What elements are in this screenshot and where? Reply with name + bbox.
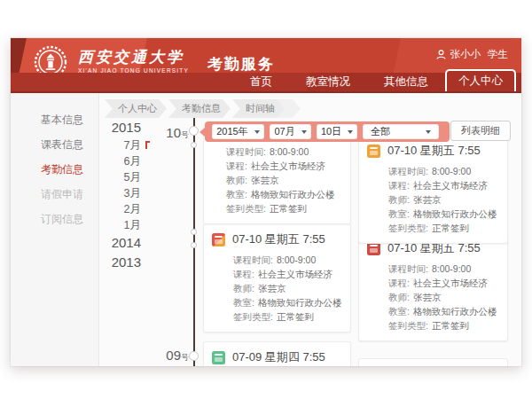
field-label: 签到类型: <box>388 320 428 331</box>
card-header: 07-10 星期五 7:55 <box>204 224 350 250</box>
day-select-value: 10日 <box>321 125 341 138</box>
sidebar: 基本信息 课表信息 考勤信息 请假申请 订阅信息 <box>11 93 99 366</box>
user-icon <box>436 50 446 59</box>
field-value: 张芸京 <box>413 292 442 302</box>
card-title: 07-10 星期五 7:55 <box>387 143 481 159</box>
timeline-axis-label[interactable]: 7月 <box>100 137 141 153</box>
field-value: 社会主义市场经济 <box>413 180 488 191</box>
timeline-axis-label[interactable]: 2月 <box>100 201 141 217</box>
sidebar-item[interactable]: 请假申请 <box>11 182 98 207</box>
attendance-card: 07-10 星期五 7:55 课程时间:8:00-9:00 课程:社会主义市场经… <box>358 135 508 244</box>
top-nav-item[interactable]: 教室情况 <box>289 73 367 91</box>
card-field-row: 课程时间:8:00-9:00 <box>226 145 343 159</box>
field-value: 格物致知行政办公楼 <box>258 297 342 308</box>
list-detail-button[interactable]: 列表明细 <box>450 121 511 141</box>
university-name-block: 西安交通大学 XI'AN JIAO TONG UNIVERSITY <box>78 50 189 74</box>
field-value: 格物致知行政办公楼 <box>413 208 497 219</box>
field-label: 课程时间: <box>388 166 428 176</box>
card-field-row: 课程时间:8:00-9:00 <box>388 262 500 276</box>
field-value: 社会主义市场经济 <box>251 160 325 171</box>
field-label: 教师: <box>388 194 410 205</box>
timeline-line <box>193 111 195 366</box>
field-label: 课程: <box>226 160 247 171</box>
card-field-row: 签到类型:正常签到 <box>388 318 500 332</box>
card-field-row: 教师:张芸京 <box>233 281 343 295</box>
card-title: 07-10 星期五 7:55 <box>232 231 325 247</box>
breadcrumb-item[interactable]: 考勤信息 <box>168 99 231 118</box>
timeline-axis-label[interactable]: 6月 <box>100 153 141 169</box>
card-fields: 课程时间:8:00-9:00 课程:社会主义市场经济 教师:张芸京 教室:格物致… <box>359 161 507 243</box>
chevron-down-icon <box>426 130 431 134</box>
breadcrumb-item[interactable]: 个人中心 <box>105 99 167 118</box>
field-label: 教师: <box>226 175 247 185</box>
day-number: 09 <box>166 348 181 363</box>
field-label: 教室: <box>388 306 410 317</box>
sidebar-menu: 基本信息 课表信息 考勤信息 请假申请 订阅信息 <box>11 107 98 231</box>
attendance-card-partial <box>358 358 508 366</box>
month-select[interactable]: 07月 <box>270 124 311 139</box>
chevron-down-icon <box>301 130 307 134</box>
field-label: 课程时间: <box>233 254 273 265</box>
top-nav-item[interactable]: 个人中心 <box>445 69 516 91</box>
date-filter-bar: 2015年 07月 10日 全部 <box>205 121 450 142</box>
field-value: 张芸京 <box>413 194 442 205</box>
timeline-day-label-bottom: 09号 <box>153 348 189 364</box>
field-value: 正常签到 <box>432 223 469 233</box>
field-value: 8:00-9:00 <box>432 166 471 176</box>
card-title: 07-09 星期四 7:55 <box>232 349 325 365</box>
attendance-card: 07-10 星期五 7:55 课程时间:8:00-9:00 课程:社会主义市场经… <box>203 223 351 332</box>
breadcrumb-item[interactable]: 时间轴 <box>232 99 285 118</box>
timeline-day-label-top: 10号 <box>153 125 189 141</box>
year-select-value: 2015年 <box>216 125 247 138</box>
field-value: 8:00-9:00 <box>270 146 309 157</box>
field-value: 正常签到 <box>270 203 307 214</box>
timeline-axis-label[interactable]: 3月 <box>100 185 141 201</box>
attendance-app-window: 西安交通大学 XI'AN JIAO TONG UNIVERSITY 考勤服务 张… <box>11 38 521 366</box>
sidebar-item[interactable]: 课表信息 <box>11 132 98 157</box>
card-field-row: 教师:张芸京 <box>388 192 500 207</box>
field-value: 格物致知行政办公楼 <box>251 189 335 200</box>
field-label: 教室: <box>226 189 247 200</box>
sidebar-item[interactable]: 考勤信息 <box>11 157 98 182</box>
timeline-axis-label[interactable]: 2015 <box>100 118 141 137</box>
field-value: 正常签到 <box>277 311 314 322</box>
top-nav-item[interactable]: 其他信息 <box>367 73 445 91</box>
card-field-row: 教室:格物致知行政办公楼 <box>388 207 500 221</box>
timeline-axis-label[interactable]: 1月 <box>100 217 141 233</box>
field-value: 格物致知行政办公楼 <box>413 306 497 317</box>
day-number: 10 <box>166 125 181 140</box>
field-label: 课程时间: <box>226 146 266 157</box>
sidebar-item[interactable]: 订阅信息 <box>11 207 98 231</box>
year-select[interactable]: 2015年 <box>212 124 264 139</box>
card-field-row: 签到类型:正常签到 <box>226 201 343 215</box>
card-field-row: 课程:社会主义市场经济 <box>388 276 500 290</box>
day-select[interactable]: 10日 <box>317 124 357 139</box>
timeline-node <box>189 126 199 136</box>
top-nav-item[interactable]: 首页 <box>233 73 289 91</box>
timeline-axis: 2015 7月 6月 5月 3月 2月 1月 2014 2013 <box>100 118 141 272</box>
field-label: 教师: <box>388 292 410 302</box>
card-tail <box>358 144 359 154</box>
sidebar-item[interactable]: 基本信息 <box>11 107 98 132</box>
timeline-axis-label[interactable]: 2013 <box>100 253 141 272</box>
type-select[interactable]: 全部 <box>363 124 439 139</box>
top-nav: 首页 教室情况 其他信息 个人中心 <box>233 69 516 91</box>
card-tail <box>358 241 359 252</box>
card-field-row: 教师:张芸京 <box>226 173 343 187</box>
field-value: 社会主义市场经济 <box>413 278 488 288</box>
field-label: 课程: <box>388 180 410 191</box>
card-header: 07-09 星期四 7:55 <box>204 342 350 366</box>
timeline-axis-label[interactable]: 5月 <box>100 169 141 185</box>
field-label: 课程: <box>388 278 410 288</box>
screenshot-canvas: 西安交通大学 XI'AN JIAO TONG UNIVERSITY 考勤服务 张… <box>0 0 532 399</box>
user-account[interactable]: 张小小 学生 <box>436 48 509 61</box>
user-name: 张小小 <box>450 48 481 61</box>
card-fields: 课程时间:8:00-9:00 课程:社会主义市场经济 教师:张芸京 教室:格物致… <box>226 145 343 215</box>
field-label: 教室: <box>233 297 254 308</box>
timeline-node <box>191 242 197 248</box>
timeline-axis-label[interactable]: 2014 <box>100 233 141 253</box>
attendance-card: 07-09 星期四 7:55 <box>203 341 351 366</box>
field-label: 课程时间: <box>388 263 428 274</box>
main-content: 个人中心 考勤信息 时间轴 2015 7月 6月 5月 3 <box>100 93 521 366</box>
type-select-value: 全部 <box>371 125 390 138</box>
